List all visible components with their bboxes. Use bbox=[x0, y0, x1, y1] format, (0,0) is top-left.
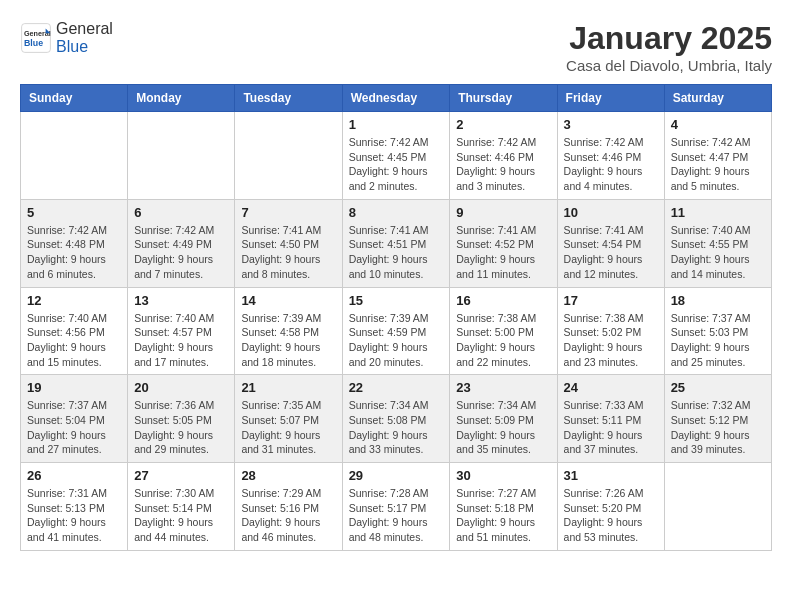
day-info: Sunrise: 7:40 AMSunset: 4:56 PMDaylight:… bbox=[27, 311, 121, 370]
page-header: General Blue General Blue January 2025 C… bbox=[20, 20, 772, 74]
weekday-header-sunday: Sunday bbox=[21, 85, 128, 112]
calendar-cell: 9Sunrise: 7:41 AMSunset: 4:52 PMDaylight… bbox=[450, 199, 557, 287]
day-number: 16 bbox=[456, 293, 550, 308]
calendar-body: 1Sunrise: 7:42 AMSunset: 4:45 PMDaylight… bbox=[21, 112, 772, 551]
day-info: Sunrise: 7:37 AMSunset: 5:04 PMDaylight:… bbox=[27, 398, 121, 457]
day-number: 17 bbox=[564, 293, 658, 308]
day-number: 30 bbox=[456, 468, 550, 483]
day-number: 1 bbox=[349, 117, 444, 132]
day-number: 25 bbox=[671, 380, 765, 395]
day-info: Sunrise: 7:38 AMSunset: 5:02 PMDaylight:… bbox=[564, 311, 658, 370]
day-info: Sunrise: 7:42 AMSunset: 4:45 PMDaylight:… bbox=[349, 135, 444, 194]
calendar-cell: 31Sunrise: 7:26 AMSunset: 5:20 PMDayligh… bbox=[557, 463, 664, 551]
calendar-cell: 10Sunrise: 7:41 AMSunset: 4:54 PMDayligh… bbox=[557, 199, 664, 287]
calendar-cell: 16Sunrise: 7:38 AMSunset: 5:00 PMDayligh… bbox=[450, 287, 557, 375]
calendar-cell: 20Sunrise: 7:36 AMSunset: 5:05 PMDayligh… bbox=[128, 375, 235, 463]
day-number: 5 bbox=[27, 205, 121, 220]
day-number: 14 bbox=[241, 293, 335, 308]
calendar-cell: 15Sunrise: 7:39 AMSunset: 4:59 PMDayligh… bbox=[342, 287, 450, 375]
day-number: 4 bbox=[671, 117, 765, 132]
calendar-cell: 11Sunrise: 7:40 AMSunset: 4:55 PMDayligh… bbox=[664, 199, 771, 287]
calendar-cell bbox=[128, 112, 235, 200]
calendar-cell: 14Sunrise: 7:39 AMSunset: 4:58 PMDayligh… bbox=[235, 287, 342, 375]
day-info: Sunrise: 7:27 AMSunset: 5:18 PMDaylight:… bbox=[456, 486, 550, 545]
day-number: 24 bbox=[564, 380, 658, 395]
day-number: 11 bbox=[671, 205, 765, 220]
weekday-header-row: SundayMondayTuesdayWednesdayThursdayFrid… bbox=[21, 85, 772, 112]
day-info: Sunrise: 7:32 AMSunset: 5:12 PMDaylight:… bbox=[671, 398, 765, 457]
calendar-cell: 25Sunrise: 7:32 AMSunset: 5:12 PMDayligh… bbox=[664, 375, 771, 463]
weekday-header-wednesday: Wednesday bbox=[342, 85, 450, 112]
calendar-cell bbox=[235, 112, 342, 200]
calendar-table: SundayMondayTuesdayWednesdayThursdayFrid… bbox=[20, 84, 772, 551]
day-number: 12 bbox=[27, 293, 121, 308]
day-number: 10 bbox=[564, 205, 658, 220]
calendar-cell: 30Sunrise: 7:27 AMSunset: 5:18 PMDayligh… bbox=[450, 463, 557, 551]
calendar-cell: 7Sunrise: 7:41 AMSunset: 4:50 PMDaylight… bbox=[235, 199, 342, 287]
calendar-cell bbox=[21, 112, 128, 200]
calendar-cell: 23Sunrise: 7:34 AMSunset: 5:09 PMDayligh… bbox=[450, 375, 557, 463]
day-info: Sunrise: 7:39 AMSunset: 4:59 PMDaylight:… bbox=[349, 311, 444, 370]
day-info: Sunrise: 7:29 AMSunset: 5:16 PMDaylight:… bbox=[241, 486, 335, 545]
day-info: Sunrise: 7:41 AMSunset: 4:52 PMDaylight:… bbox=[456, 223, 550, 282]
calendar-title: January 2025 bbox=[566, 20, 772, 57]
day-number: 7 bbox=[241, 205, 335, 220]
calendar-cell: 19Sunrise: 7:37 AMSunset: 5:04 PMDayligh… bbox=[21, 375, 128, 463]
calendar-subtitle: Casa del Diavolo, Umbria, Italy bbox=[566, 57, 772, 74]
title-block: January 2025 Casa del Diavolo, Umbria, I… bbox=[566, 20, 772, 74]
day-info: Sunrise: 7:36 AMSunset: 5:05 PMDaylight:… bbox=[134, 398, 228, 457]
svg-text:Blue: Blue bbox=[24, 38, 43, 48]
day-info: Sunrise: 7:41 AMSunset: 4:50 PMDaylight:… bbox=[241, 223, 335, 282]
day-info: Sunrise: 7:41 AMSunset: 4:54 PMDaylight:… bbox=[564, 223, 658, 282]
weekday-header-monday: Monday bbox=[128, 85, 235, 112]
weekday-header-tuesday: Tuesday bbox=[235, 85, 342, 112]
logo-blue-text: Blue bbox=[56, 38, 88, 55]
day-info: Sunrise: 7:42 AMSunset: 4:48 PMDaylight:… bbox=[27, 223, 121, 282]
day-number: 18 bbox=[671, 293, 765, 308]
calendar-week-2: 5Sunrise: 7:42 AMSunset: 4:48 PMDaylight… bbox=[21, 199, 772, 287]
day-number: 29 bbox=[349, 468, 444, 483]
calendar-cell: 18Sunrise: 7:37 AMSunset: 5:03 PMDayligh… bbox=[664, 287, 771, 375]
logo: General Blue General Blue bbox=[20, 20, 113, 56]
day-number: 31 bbox=[564, 468, 658, 483]
day-info: Sunrise: 7:39 AMSunset: 4:58 PMDaylight:… bbox=[241, 311, 335, 370]
calendar-cell: 8Sunrise: 7:41 AMSunset: 4:51 PMDaylight… bbox=[342, 199, 450, 287]
calendar-cell: 5Sunrise: 7:42 AMSunset: 4:48 PMDaylight… bbox=[21, 199, 128, 287]
calendar-cell: 24Sunrise: 7:33 AMSunset: 5:11 PMDayligh… bbox=[557, 375, 664, 463]
weekday-header-friday: Friday bbox=[557, 85, 664, 112]
logo-general-text: General bbox=[56, 20, 113, 37]
calendar-cell: 13Sunrise: 7:40 AMSunset: 4:57 PMDayligh… bbox=[128, 287, 235, 375]
calendar-cell bbox=[664, 463, 771, 551]
calendar-cell: 2Sunrise: 7:42 AMSunset: 4:46 PMDaylight… bbox=[450, 112, 557, 200]
day-number: 6 bbox=[134, 205, 228, 220]
day-number: 19 bbox=[27, 380, 121, 395]
day-number: 26 bbox=[27, 468, 121, 483]
day-info: Sunrise: 7:34 AMSunset: 5:09 PMDaylight:… bbox=[456, 398, 550, 457]
day-number: 23 bbox=[456, 380, 550, 395]
calendar-week-3: 12Sunrise: 7:40 AMSunset: 4:56 PMDayligh… bbox=[21, 287, 772, 375]
day-info: Sunrise: 7:41 AMSunset: 4:51 PMDaylight:… bbox=[349, 223, 444, 282]
day-info: Sunrise: 7:40 AMSunset: 4:57 PMDaylight:… bbox=[134, 311, 228, 370]
day-number: 8 bbox=[349, 205, 444, 220]
calendar-cell: 29Sunrise: 7:28 AMSunset: 5:17 PMDayligh… bbox=[342, 463, 450, 551]
calendar-cell: 6Sunrise: 7:42 AMSunset: 4:49 PMDaylight… bbox=[128, 199, 235, 287]
day-number: 21 bbox=[241, 380, 335, 395]
calendar-cell: 12Sunrise: 7:40 AMSunset: 4:56 PMDayligh… bbox=[21, 287, 128, 375]
day-number: 3 bbox=[564, 117, 658, 132]
day-info: Sunrise: 7:26 AMSunset: 5:20 PMDaylight:… bbox=[564, 486, 658, 545]
day-info: Sunrise: 7:28 AMSunset: 5:17 PMDaylight:… bbox=[349, 486, 444, 545]
day-number: 20 bbox=[134, 380, 228, 395]
calendar-cell: 1Sunrise: 7:42 AMSunset: 4:45 PMDaylight… bbox=[342, 112, 450, 200]
calendar-week-1: 1Sunrise: 7:42 AMSunset: 4:45 PMDaylight… bbox=[21, 112, 772, 200]
calendar-cell: 27Sunrise: 7:30 AMSunset: 5:14 PMDayligh… bbox=[128, 463, 235, 551]
day-info: Sunrise: 7:40 AMSunset: 4:55 PMDaylight:… bbox=[671, 223, 765, 282]
calendar-cell: 3Sunrise: 7:42 AMSunset: 4:46 PMDaylight… bbox=[557, 112, 664, 200]
calendar-cell: 4Sunrise: 7:42 AMSunset: 4:47 PMDaylight… bbox=[664, 112, 771, 200]
day-info: Sunrise: 7:38 AMSunset: 5:00 PMDaylight:… bbox=[456, 311, 550, 370]
day-info: Sunrise: 7:31 AMSunset: 5:13 PMDaylight:… bbox=[27, 486, 121, 545]
weekday-header-thursday: Thursday bbox=[450, 85, 557, 112]
day-info: Sunrise: 7:30 AMSunset: 5:14 PMDaylight:… bbox=[134, 486, 228, 545]
day-number: 2 bbox=[456, 117, 550, 132]
day-number: 27 bbox=[134, 468, 228, 483]
day-number: 22 bbox=[349, 380, 444, 395]
